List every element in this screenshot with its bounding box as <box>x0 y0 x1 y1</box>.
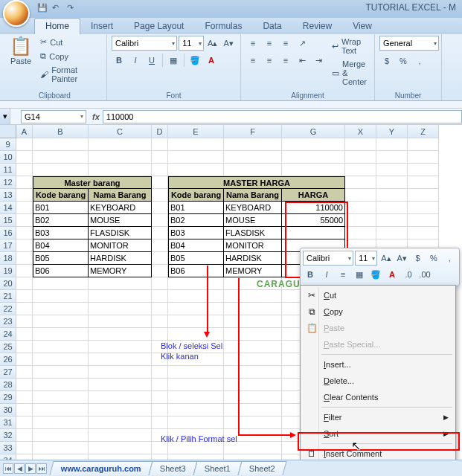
cell-C26[interactable] <box>89 353 152 366</box>
cell-C10[interactable] <box>89 151 152 164</box>
cell-C31[interactable] <box>89 416 152 429</box>
cell-X11[interactable] <box>345 164 376 176</box>
cell-E21[interactable] <box>168 290 224 303</box>
cell-F29[interactable] <box>224 391 282 404</box>
underline-button[interactable]: U <box>144 53 159 68</box>
cell-C21[interactable] <box>89 290 152 303</box>
cell-E15[interactable]: B02 <box>168 214 224 227</box>
cell-B11[interactable] <box>33 164 89 176</box>
tab-data[interactable]: Data <box>252 19 292 34</box>
ctx-clear-contents[interactable]: Clear Contents <box>302 389 454 405</box>
border-button[interactable]: ▦ <box>166 53 181 68</box>
cell-A11[interactable] <box>16 164 33 176</box>
cell-G13[interactable]: HARGA <box>282 189 345 202</box>
font-name-combo[interactable]: Calibri <box>112 36 177 51</box>
row-header-29[interactable]: 29 <box>0 391 16 404</box>
cell-D23[interactable] <box>152 315 168 328</box>
cell-Z10[interactable] <box>408 151 439 164</box>
cell-A10[interactable] <box>16 151 33 164</box>
cell-Y14[interactable] <box>376 202 408 214</box>
merge-center-button[interactable]: ▭Merge & Center <box>329 58 370 88</box>
cell-C22[interactable] <box>89 303 152 315</box>
mini-border[interactable]: ▦ <box>352 267 367 282</box>
col-header-F[interactable]: F <box>224 125 282 138</box>
row-header-18[interactable]: 18 <box>0 252 16 265</box>
sheet-tab-1[interactable]: Sheet3 <box>148 461 197 475</box>
cell-G11[interactable] <box>282 164 345 176</box>
cell-A33[interactable] <box>16 442 33 454</box>
cell-E33[interactable] <box>168 442 224 454</box>
cell-D30[interactable] <box>152 404 168 416</box>
cell-A27[interactable] <box>16 366 33 379</box>
indent-dec-icon[interactable]: ⇤ <box>295 53 309 68</box>
cell-D21[interactable] <box>152 290 168 303</box>
cell-D11[interactable] <box>152 164 168 176</box>
office-button[interactable] <box>3 0 30 27</box>
cell-A17[interactable] <box>16 239 33 252</box>
align-right-icon[interactable]: ≡ <box>278 53 293 68</box>
cell-C33[interactable] <box>89 442 152 454</box>
cell-D10[interactable] <box>152 151 168 164</box>
sheet-tab-0[interactable]: www.caraguruh.com <box>49 461 153 475</box>
cell-X9[interactable] <box>345 138 376 151</box>
cell-E18[interactable]: B05 <box>168 252 224 265</box>
cell-F33[interactable] <box>224 442 282 454</box>
col-header-Y[interactable]: Y <box>376 125 408 138</box>
align-left-icon[interactable]: ≡ <box>246 53 260 68</box>
fill-color-button[interactable]: 🪣 <box>187 53 202 68</box>
mini-fontcolor[interactable]: A <box>385 267 400 282</box>
cell-F15[interactable]: MOUSE <box>224 214 282 227</box>
cell-F13[interactable]: Nama Barang <box>224 189 282 202</box>
cell-B28[interactable] <box>33 379 89 391</box>
cell-B29[interactable] <box>33 391 89 404</box>
cell-Z13[interactable] <box>408 189 439 202</box>
comma-icon[interactable]: , <box>412 54 427 68</box>
cell-E11[interactable] <box>168 164 224 176</box>
cell-A16[interactable] <box>16 227 33 239</box>
cell-B9[interactable] <box>33 138 89 151</box>
cell-G9[interactable] <box>282 138 345 151</box>
indent-inc-icon[interactable]: ⇥ <box>311 53 326 68</box>
cell-B26[interactable] <box>33 353 89 366</box>
cell-E23[interactable] <box>168 315 224 328</box>
col-header-Z[interactable]: Z <box>408 125 439 138</box>
sheet-nav[interactable]: ⏮◀▶⏭ <box>3 463 47 474</box>
cell-F18[interactable]: HARDISK <box>224 252 282 265</box>
copy-button[interactable]: ⧉Copy <box>37 50 102 62</box>
cell-F26[interactable] <box>224 353 282 366</box>
cell-Z16[interactable] <box>408 227 439 239</box>
align-top-icon[interactable]: ≡ <box>246 36 260 51</box>
row-header-11[interactable]: 11 <box>0 164 16 176</box>
cell-E28[interactable] <box>168 379 224 391</box>
cell-A28[interactable] <box>16 379 33 391</box>
percent-icon[interactable]: % <box>396 54 411 68</box>
bold-button[interactable]: B <box>112 53 126 68</box>
cell-B30[interactable] <box>33 404 89 416</box>
cell-E9[interactable] <box>168 138 224 151</box>
cell-D24[interactable] <box>152 328 168 341</box>
cell-A20[interactable] <box>16 277 33 290</box>
ctx-cut[interactable]: ✂Cut <box>302 287 454 303</box>
mini-italic[interactable]: I <box>319 267 334 282</box>
mini-dec-dec[interactable]: .00 <box>417 267 432 282</box>
cell-A15[interactable] <box>16 214 33 227</box>
cell-Y10[interactable] <box>376 151 408 164</box>
cell-C18[interactable]: HARDISK <box>89 252 152 265</box>
cell-E20[interactable] <box>168 277 224 290</box>
cell-Y16[interactable] <box>376 227 408 239</box>
cell-C27[interactable] <box>89 366 152 379</box>
cell-B10[interactable] <box>33 151 89 164</box>
cell-F28[interactable] <box>224 379 282 391</box>
cell-F30[interactable] <box>224 404 282 416</box>
cell-X14[interactable] <box>345 202 376 214</box>
cell-F23[interactable] <box>224 315 282 328</box>
cell-B27[interactable] <box>33 366 89 379</box>
cell-F17[interactable]: MONITOR <box>224 239 282 252</box>
font-size-combo[interactable]: 11 <box>179 36 204 51</box>
cell-B16[interactable]: B03 <box>33 227 89 239</box>
row-header-19[interactable]: 19 <box>0 265 16 277</box>
cell-C14[interactable]: KEYBOARD <box>89 202 152 214</box>
row-header-33[interactable]: 33 <box>0 442 16 454</box>
fx-icon[interactable]: fx <box>89 112 103 121</box>
row-header-24[interactable]: 24 <box>0 328 16 341</box>
